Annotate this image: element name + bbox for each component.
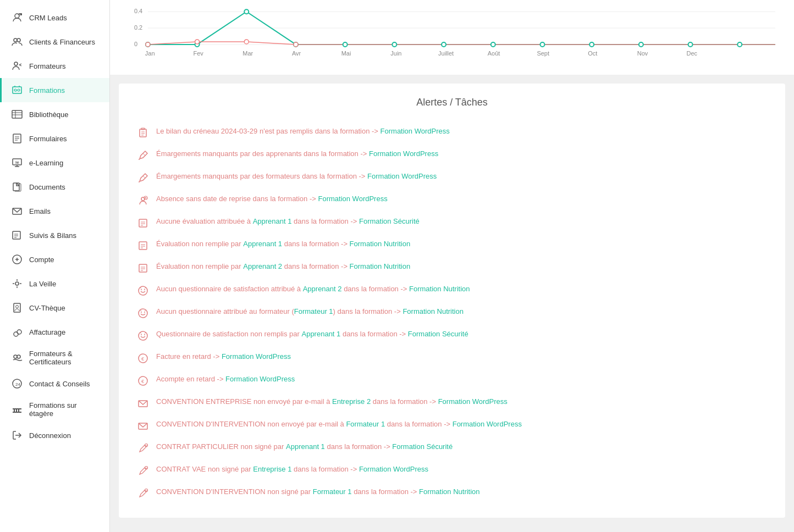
svg-point-120	[145, 444, 148, 447]
alert-link[interactable]: Formation WordPress	[367, 172, 437, 180]
alert-link[interactable]: Formation Nutrition	[402, 307, 464, 315]
absence-icon	[136, 194, 150, 207]
alert-person: Apprenant 1	[243, 240, 282, 248]
svg-text:Jan: Jan	[145, 50, 155, 57]
sidebar-item-la-veille[interactable]: La Veille	[0, 271, 109, 296]
sidebar-item-clients-financeurs[interactable]: Clients & Financeurs	[0, 30, 109, 54]
sidebar-item-elearning-label: e-Learning	[29, 159, 63, 167]
svg-point-61	[639, 42, 643, 47]
contact-conseils-icon: 24	[10, 377, 24, 390]
contract-icon	[136, 442, 150, 455]
alert-link[interactable]: Formation WordPress	[222, 352, 291, 361]
sidebar-item-crm-leads[interactable]: $ CRM Leads	[0, 5, 109, 30]
sidebar-item-deconnexion-label: Déconnexion	[29, 431, 71, 440]
alert-link[interactable]: Formation WordPress	[225, 375, 295, 383]
sidebar-item-cv-theque[interactable]: CV-Thèque	[0, 296, 109, 320]
sidebar-item-contact-conseils[interactable]: 24 Contact & Conseils	[0, 372, 109, 396]
alert-text: Aucune évaluation attribuée à Apprenant …	[156, 216, 420, 227]
svg-text:Août: Août	[488, 50, 500, 57]
alert-person: Formateur 1	[346, 420, 385, 428]
svg-point-4	[17, 38, 20, 42]
sidebar-item-affacturage-label: Affacturage	[29, 328, 65, 336]
documents-icon	[10, 180, 24, 193]
svg-point-59	[540, 42, 544, 47]
alert-link[interactable]: Formation WordPress	[381, 127, 450, 135]
sidebar-item-formateurs-certificateurs[interactable]: Formateurs & Certificateurs	[0, 344, 109, 372]
alert-link[interactable]: Formation WordPress	[318, 195, 387, 203]
eval-icon	[136, 262, 150, 275]
cv-theque-icon	[10, 301, 24, 314]
formulaires-icon	[10, 132, 24, 145]
svg-line-87	[143, 176, 145, 178]
sidebar-item-formateurs[interactable]: Formateurs	[0, 54, 109, 78]
sidebar-item-formulaires[interactable]: Formulaires	[0, 126, 109, 151]
elearning-icon: ie	[10, 156, 24, 169]
alert-person: Apprenant 2	[303, 285, 342, 293]
sidebar-item-cvtheque-label: CV-Thèque	[29, 304, 65, 312]
alert-link[interactable]: Formation Nutrition	[419, 487, 480, 496]
alert-item: € Acompte en retard -> Formation WordPre…	[136, 369, 768, 392]
alert-item: CONVENTION D'INTERVENTION non signé par …	[136, 482, 768, 505]
alert-link[interactable]: Formation WordPress	[359, 465, 428, 473]
alert-link[interactable]: Formation Nutrition	[350, 240, 411, 248]
alert-text: Facture en retard -> Formation WordPress	[156, 351, 291, 362]
satisfaction-icon	[136, 307, 150, 320]
sidebar-item-formations[interactable]: Formations	[0, 78, 109, 102]
alert-text: CONVENTION D'INTERVENTION non envoyé par…	[156, 419, 522, 430]
svg-text:Nov: Nov	[637, 50, 648, 57]
alert-link[interactable]: Formation Sécurité	[359, 217, 420, 225]
alert-link[interactable]: Formation Nutrition	[350, 262, 411, 270]
svg-point-34	[16, 306, 19, 308]
alert-text: CONVENTION D'INTERVENTION non signé par …	[156, 486, 480, 497]
sidebar-item-laveille-label: La Veille	[29, 280, 56, 288]
alert-item: Aucune évaluation attribuée à Apprenant …	[136, 212, 768, 234]
alert-link[interactable]: Formation Sécurité	[408, 330, 468, 338]
svg-rect-43	[18, 409, 19, 412]
svg-point-55	[343, 42, 348, 47]
sidebar-item-suivis-label: Suivis & Bilans	[29, 231, 76, 240]
alert-link[interactable]: Formation WordPress	[369, 149, 438, 158]
alert-item: CONVENTION D'INTERVENTION non envoyé par…	[136, 414, 768, 437]
sidebar-item-formateurs-label: Formateurs	[29, 62, 65, 70]
svg-text:Dec: Dec	[687, 50, 698, 57]
alert-link[interactable]: Formation WordPress	[438, 397, 508, 406]
svg-text:24: 24	[15, 382, 20, 387]
sidebar-item-suivis-bilans[interactable]: Suivis & Bilans	[0, 223, 109, 247]
svg-point-111	[139, 331, 147, 340]
sidebar-item-documents-label: Documents	[29, 183, 65, 191]
alert-item: Émargements manquants par des formateurs…	[136, 167, 768, 189]
sidebar-item-bibliotheque[interactable]: Bibliothèque	[0, 102, 109, 126]
alert-item: Aucun questionnaire attribué au formateu…	[136, 302, 768, 324]
deconnexion-icon	[10, 429, 24, 442]
sidebar-item-affacturage[interactable]: Affacturage	[0, 320, 109, 344]
sidebar-item-formations-etagere[interactable]: Formations sur étagère	[0, 396, 109, 423]
contract-icon	[136, 464, 150, 478]
alert-text: Évaluation non remplie par Apprenant 2 d…	[156, 261, 410, 272]
alert-item: Absence sans date de reprise dans la for…	[136, 189, 768, 212]
sidebar-item-deconnexion[interactable]: Déconnexion	[0, 423, 109, 447]
sidebar-item-compte[interactable]: Compte	[0, 247, 109, 271]
svg-text:Mai: Mai	[341, 50, 351, 57]
sidebar-item-emails-label: Emails	[29, 207, 51, 215]
sidebar-item-documents[interactable]: Documents	[0, 175, 109, 199]
sidebar-item-formateurs-cert-label: Formateurs & Certificateurs	[29, 350, 101, 366]
alert-link[interactable]: Formation Nutrition	[409, 285, 470, 293]
alerts-title: Alertes / Tâches	[136, 97, 768, 108]
svg-rect-41	[14, 409, 15, 412]
sidebar-item-etagere-label: Formations sur étagère	[29, 401, 101, 418]
alert-link[interactable]: Formation Sécurité	[392, 442, 453, 451]
alert-link[interactable]: Formation WordPress	[453, 420, 522, 428]
svg-text:0.4: 0.4	[134, 9, 142, 14]
emails-icon	[10, 204, 24, 218]
svg-rect-97	[139, 242, 147, 250]
sidebar-item-elearning[interactable]: ie e-Learning	[0, 151, 109, 175]
sidebar: $ CRM Leads Clients & Financeurs Formate…	[0, 0, 110, 532]
alerts-section: Alertes / Tâches Le bilan du créneau 202…	[119, 84, 785, 518]
sidebar-item-emails[interactable]: Emails	[0, 199, 109, 223]
svg-point-57	[442, 42, 446, 47]
svg-point-8	[18, 89, 20, 91]
sign-icon	[136, 171, 150, 185]
alert-text: CONVENTION ENTREPRISE non envoyé par e-m…	[156, 396, 508, 407]
svg-rect-23	[13, 231, 20, 239]
sidebar-item-contact-label: Contact & Conseils	[29, 380, 90, 388]
